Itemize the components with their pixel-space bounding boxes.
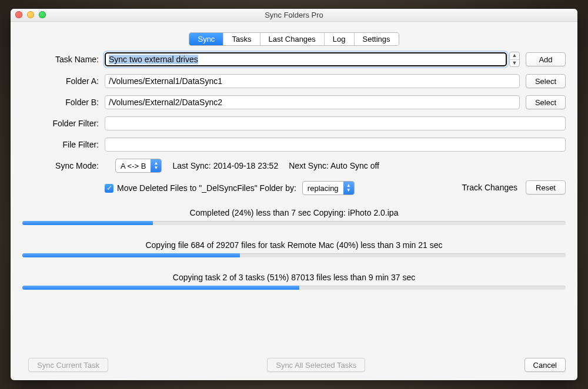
next-sync-text: Next Sync: Auto Sync off — [289, 161, 379, 170]
label-folder-a: Folder A: — [22, 76, 105, 86]
add-button[interactable]: Add — [526, 52, 566, 66]
file-filter-input[interactable] — [105, 138, 566, 152]
progress-item-2: Copying file 684 of 29207 files for task… — [22, 240, 566, 257]
minimize-icon[interactable] — [27, 11, 34, 18]
move-deleted-label: Move Deleted Files to "_DelSyncFiles" Fo… — [117, 183, 296, 193]
check-icon: ✓ — [106, 184, 112, 192]
label-file-filter: File Filter: — [22, 140, 105, 149]
task-name-input[interactable] — [105, 52, 507, 66]
app-window: Sync Folders Pro Sync Tasks Last Changes… — [11, 9, 577, 380]
label-task-name: Task Name: — [22, 55, 105, 64]
tab-settings[interactable]: Settings — [355, 33, 399, 45]
sync-mode-select[interactable]: A <-> B ▲▼ — [115, 159, 162, 173]
folder-b-input[interactable] — [105, 95, 520, 109]
chevron-up-icon: ▲ — [510, 52, 519, 60]
select-folder-b-button[interactable]: Select — [526, 95, 566, 109]
move-deleted-checkbox[interactable]: ✓ — [105, 184, 113, 193]
label-folder-filter: Folder Filter: — [22, 119, 105, 128]
progress-bar-1 — [22, 221, 566, 225]
progress-item-1: Completed (24%) less than 7 sec Copying:… — [22, 208, 566, 225]
progress-label-3: Copying task 2 of 3 tasks (51%) 87013 fi… — [22, 273, 566, 282]
tabbar: Sync Tasks Last Changes Log Settings — [189, 32, 399, 46]
sync-all-selected-tasks-button: Sync All Selected Tasks — [267, 358, 365, 372]
label-folder-b: Folder B: — [22, 98, 105, 107]
cancel-button[interactable]: Cancel — [524, 358, 566, 372]
chevron-down-icon: ▼ — [510, 60, 519, 67]
progress-bar-2 — [22, 253, 566, 257]
progress-bar-3 — [22, 286, 566, 290]
window-title: Sync Folders Pro — [265, 11, 323, 19]
folder-filter-input[interactable] — [105, 116, 566, 130]
sync-mode-value: A <-> B — [121, 162, 146, 170]
progress-label-2: Copying file 684 of 29207 files for task… — [22, 240, 566, 250]
progress-label-1: Completed (24%) less than 7 sec Copying:… — [22, 208, 566, 217]
sync-current-task-button: Sync Current Task — [28, 358, 108, 372]
tab-last-changes[interactable]: Last Changes — [260, 33, 325, 45]
titlebar: Sync Folders Pro — [11, 9, 577, 22]
tab-log[interactable]: Log — [325, 33, 355, 45]
progress-item-3: Copying task 2 of 3 tasks (51%) 87013 fi… — [22, 273, 566, 290]
reset-button[interactable]: Reset — [526, 180, 566, 195]
last-sync-text: Last Sync: 2014-09-18 23:52 — [172, 161, 278, 170]
label-sync-mode: Sync Mode: — [22, 161, 105, 170]
move-deleted-option-value: replacing — [308, 184, 339, 193]
close-icon[interactable] — [15, 11, 22, 18]
tab-sync[interactable]: Sync — [189, 33, 223, 45]
folder-a-input[interactable] — [105, 74, 520, 88]
move-deleted-option-select[interactable]: replacing ▲▼ — [302, 181, 355, 195]
updown-icon: ▲▼ — [343, 182, 354, 195]
track-changes-label: Track Changes — [462, 183, 517, 192]
tab-tasks[interactable]: Tasks — [223, 33, 260, 45]
select-folder-a-button[interactable]: Select — [526, 74, 566, 88]
updown-icon: ▲▼ — [151, 159, 161, 172]
task-name-stepper[interactable]: ▲ ▼ — [509, 52, 520, 67]
zoom-icon[interactable] — [39, 11, 46, 18]
